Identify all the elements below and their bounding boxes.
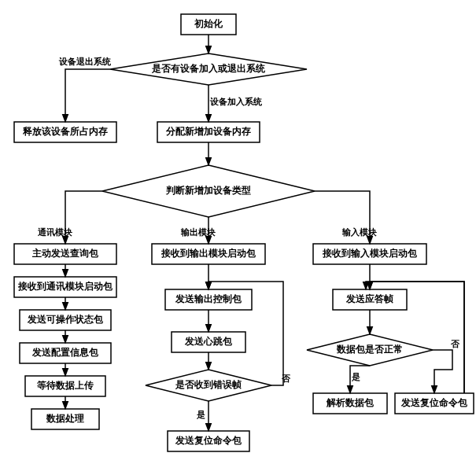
svg-text:是否有设备加入或退出系统: 是否有设备加入或退出系统 [151,63,266,74]
flowchart: 初始化 是否有设备加入或退出系统 释放该设备所占内存 分配新增加设备内存 判断新… [0,0,476,475]
svg-text:解析数据包: 解析数据包 [326,397,375,408]
svg-text:发送复位命令包: 发送复位命令包 [175,435,242,446]
svg-text:等待数据上传: 等待数据上传 [36,380,94,391]
node-judge: 判断新增加设备类型 [102,165,315,217]
node-release: 释放该设备所占内存 [14,122,116,142]
svg-text:是: 是 [196,410,205,420]
svg-text:发送心跳包: 发送心跳包 [184,336,233,347]
node-in1: 接收到输入模块启动包 [313,244,426,264]
svg-text:发送配置信息包: 发送配置信息包 [31,347,99,358]
node-comm6: 数据处理 [31,409,99,429]
node-in2: 发送应答帧 [333,289,407,310]
svg-text:判断新增加设备类型: 判断新增加设备类型 [165,185,251,196]
svg-text:否: 否 [450,339,460,348]
svg-text:发送应答帧: 发送应答帧 [345,293,393,304]
node-out1: 接收到输出模块启动包 [152,244,265,264]
svg-text:是否收到错误帧: 是否收到错误帧 [175,379,242,390]
node-in3: 解析数据包 [313,393,387,414]
node-incheck: 数据包是否正常 [307,334,433,366]
svg-text:设备退出系统: 设备退出系统 [58,57,112,66]
svg-text:发送输出控制包: 发送输出控制包 [175,293,242,304]
svg-text:接收到输入模块启动包: 接收到输入模块启动包 [322,248,418,259]
svg-text:数据包是否正常: 数据包是否正常 [336,344,403,355]
svg-text:输入模块: 输入模块 [341,227,377,238]
svg-text:数据处理: 数据处理 [46,413,84,424]
node-in4: 发送复位命令包 [395,393,474,414]
svg-text:主动发送查询包: 主动发送查询包 [31,248,99,259]
svg-text:否: 否 [281,374,291,383]
svg-text:释放该设备所占内存: 释放该设备所占内存 [22,126,108,137]
svg-text:接收到输出模块启动包: 接收到输出模块启动包 [161,248,256,259]
node-out3: 发送心跳包 [172,332,245,352]
svg-text:发送复位命令包: 发送复位命令包 [400,397,468,408]
svg-text:是: 是 [351,372,360,382]
node-comm5: 等待数据上传 [25,376,105,396]
svg-text:设备加入系统: 设备加入系统 [209,97,263,107]
node-out2: 发送输出控制包 [165,289,252,310]
svg-text:初始化: 初始化 [194,18,223,29]
node-comm2: 接收到通讯模块启动包 [14,277,116,297]
node-comm4: 发送配置信息包 [20,343,111,363]
svg-text:接收到通讯模块启动包: 接收到通讯模块启动包 [17,281,113,292]
svg-text:输出模块: 输出模块 [180,227,216,237]
node-init: 初始化 [181,14,236,35]
svg-text:发送可操作状态包: 发送可操作状态包 [27,314,104,325]
node-allocate: 分配新增加设备内存 [157,122,260,142]
svg-text:分配新增加设备内存: 分配新增加设备内存 [165,126,251,137]
node-outcheck: 是否收到错误帧 [146,370,271,401]
svg-text:通讯模块: 通讯模块 [37,227,72,237]
node-exitcheck: 是否有设备加入或退出系统 [110,53,307,85]
node-comm1: 主动发送查询包 [14,244,116,264]
node-out4: 发送复位命令包 [168,431,249,451]
node-comm3: 发送可操作状态包 [20,310,111,330]
